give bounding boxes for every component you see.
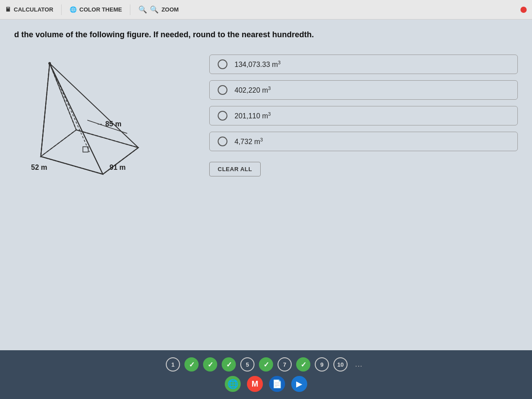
color-theme-label: COLOR THEME bbox=[79, 6, 122, 13]
radio-2[interactable] bbox=[218, 85, 227, 95]
content-area: → 85 m 91 m 52 m 134,073.33 m3 402,220 m… bbox=[14, 50, 518, 192]
figure-area: → 85 m 91 m 52 m bbox=[14, 50, 183, 192]
answer-text-1: 134,073.33 m3 bbox=[235, 60, 281, 69]
answer-text-4: 4,732 m3 bbox=[235, 137, 263, 146]
answer-text-3: 201,110 m3 bbox=[235, 111, 271, 120]
more-questions[interactable]: ... bbox=[352, 357, 366, 372]
answer-option-4[interactable]: 4,732 m3 bbox=[209, 132, 518, 151]
pyramid-figure: → 85 m 91 m 52 m bbox=[14, 50, 174, 188]
svg-line-9 bbox=[41, 156, 103, 174]
radio-1[interactable] bbox=[218, 59, 227, 69]
question-num-2[interactable] bbox=[184, 357, 199, 372]
q-num-label-10: 10 bbox=[337, 361, 344, 368]
toolbar-divider-2 bbox=[130, 4, 130, 15]
calculator-icon: 🖩 bbox=[5, 6, 11, 13]
answer-option-3[interactable]: 201,110 m3 bbox=[209, 106, 518, 125]
question-num-4[interactable] bbox=[222, 357, 236, 372]
question-num-8[interactable] bbox=[296, 357, 310, 372]
play-symbol: ▶ bbox=[296, 379, 302, 389]
question-text: d the volume of the following figure. If… bbox=[14, 30, 518, 39]
docs-icon[interactable]: 📄 bbox=[269, 376, 285, 392]
clear-all-button[interactable]: CLEAR ALL bbox=[209, 162, 261, 176]
status-dot bbox=[520, 7, 527, 13]
svg-marker-4 bbox=[50, 63, 138, 174]
taskbar: 1 5 7 9 10 ... 🌐 M 📄 ▶ bbox=[0, 350, 532, 399]
q-num-label-1: 1 bbox=[171, 361, 174, 368]
docs-symbol: 📄 bbox=[272, 379, 282, 389]
calculator-button[interactable]: 🖩 CALCULATOR bbox=[5, 6, 53, 13]
color-theme-button[interactable]: 🌐 COLOR THEME bbox=[70, 6, 122, 13]
svg-text:91 m: 91 m bbox=[110, 164, 125, 171]
answer-option-1[interactable]: 134,073.33 m3 bbox=[209, 55, 518, 74]
q-num-label-9: 9 bbox=[320, 361, 323, 368]
zoom-in-icon: 🔍 bbox=[150, 5, 159, 14]
mail-symbol: M bbox=[252, 379, 258, 389]
answer-text-2: 402,220 m3 bbox=[235, 86, 271, 94]
q-num-label-7: 7 bbox=[283, 361, 286, 368]
chrome-symbol: 🌐 bbox=[227, 379, 239, 389]
radio-4[interactable] bbox=[218, 137, 227, 146]
question-num-3[interactable] bbox=[203, 357, 217, 372]
question-num-9[interactable]: 9 bbox=[315, 357, 329, 372]
zoom-out-icon: 🔍 bbox=[138, 5, 147, 14]
question-num-6[interactable] bbox=[259, 357, 273, 372]
question-num-1[interactable]: 1 bbox=[166, 357, 180, 372]
q-num-label-5: 5 bbox=[246, 361, 249, 368]
svg-line-8 bbox=[41, 63, 50, 156]
radio-3[interactable] bbox=[218, 111, 227, 121]
chrome-icon[interactable]: 🌐 bbox=[225, 376, 241, 392]
play-icon[interactable]: ▶ bbox=[291, 376, 307, 392]
svg-marker-6 bbox=[41, 63, 76, 156]
color-theme-icon: 🌐 bbox=[70, 6, 77, 13]
question-num-10[interactable]: 10 bbox=[333, 357, 348, 372]
question-num-5[interactable]: 5 bbox=[240, 357, 254, 372]
toolbar: 🖩 CALCULATOR 🌐 COLOR THEME 🔍 🔍 ZOOM bbox=[0, 0, 532, 20]
zoom-label: ZOOM bbox=[161, 6, 179, 13]
svg-text:52 m: 52 m bbox=[31, 164, 47, 171]
toolbar-divider-1 bbox=[61, 4, 62, 15]
answer-choices: 134,073.33 m3 402,220 m3 201,110 m3 4,73… bbox=[209, 55, 518, 176]
gmail-icon[interactable]: M bbox=[247, 376, 263, 392]
calculator-label: CALCULATOR bbox=[14, 6, 53, 13]
svg-point-15 bbox=[48, 62, 51, 65]
svg-text:→ 85 m: → 85 m bbox=[96, 120, 121, 128]
zoom-button[interactable]: 🔍 🔍 ZOOM bbox=[138, 5, 179, 14]
system-icons: 🌐 M 📄 ▶ bbox=[225, 376, 307, 392]
question-numbers: 1 5 7 9 10 ... bbox=[166, 357, 366, 372]
question-num-7[interactable]: 7 bbox=[278, 357, 292, 372]
main-content: d the volume of the following figure. If… bbox=[0, 20, 532, 350]
answer-option-2[interactable]: 402,220 m3 bbox=[209, 80, 518, 100]
